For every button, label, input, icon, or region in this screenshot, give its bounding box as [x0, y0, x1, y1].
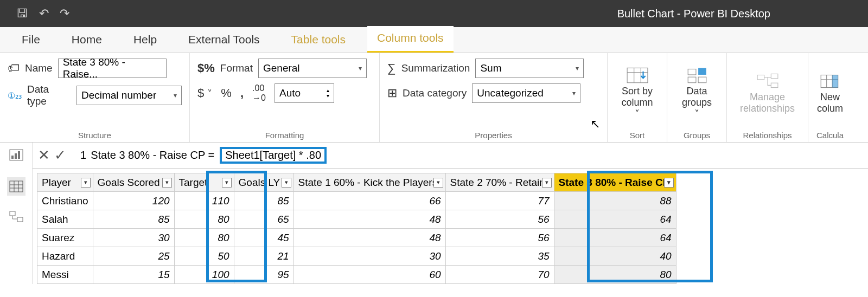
data-view-icon[interactable] [7, 177, 25, 196]
format-select[interactable]: General▾ [258, 59, 367, 78]
decimals-icon[interactable]: .00→0 [252, 83, 266, 103]
new-column-button[interactable]: Newcolum [816, 59, 844, 127]
formula-bar[interactable]: ✕ ✓ 1 State 3 80% - Raise CP = Sheet1[Ta… [33, 143, 868, 169]
comma-icon[interactable]: , [240, 86, 244, 100]
svg-rect-15 [832, 75, 838, 87]
undo-icon[interactable]: ↶ [39, 7, 49, 21]
value-cell[interactable]: 48 [293, 229, 445, 247]
player-cell[interactable]: Hazard [37, 247, 93, 266]
value-cell[interactable]: 35 [445, 247, 554, 266]
filter-dropdown-icon[interactable]: ▾ [162, 178, 172, 188]
value-cell[interactable]: 80 [174, 210, 234, 229]
redo-icon[interactable]: ↷ [60, 7, 69, 21]
value-cell[interactable]: 85 [93, 210, 174, 229]
dtype-value: Decimal number [81, 89, 156, 101]
cat-label: Data category [403, 87, 467, 99]
data-groups-button[interactable]: Datagroups ˅ [675, 59, 719, 127]
data-grid[interactable]: Player▾Goals Scored▾Target▾Goals LY▾Stat… [37, 173, 868, 284]
value-cell[interactable]: 60 [293, 266, 445, 284]
tag-icon: 🏷 [8, 61, 20, 75]
save-icon[interactable]: 🖫 [16, 7, 28, 21]
value-cell[interactable]: 56 [445, 210, 554, 229]
value-cell[interactable]: 65 [234, 210, 293, 229]
value-cell[interactable]: 66 [293, 192, 445, 210]
value-cell[interactable]: 110 [174, 192, 234, 210]
value-cell[interactable]: 64 [554, 210, 676, 229]
view-rail [0, 143, 33, 284]
cancel-formula-icon[interactable]: ✕ [38, 147, 50, 164]
col-header[interactable]: State 2 70% - Retain▾ [445, 173, 554, 192]
value-cell[interactable]: 80 [554, 266, 676, 284]
value-cell[interactable]: 45 [234, 229, 293, 247]
cat-value: Uncategorized [477, 87, 544, 99]
currency-icon[interactable]: $ ˅ [197, 86, 212, 100]
tab-home[interactable]: Home [62, 28, 112, 53]
value-cell[interactable]: 25 [93, 247, 174, 266]
tab-table-tools[interactable]: Table tools [282, 28, 355, 53]
title-bar: 🖫 ↶ ↷ Bullet Chart - Power BI Desktop [0, 0, 868, 27]
player-cell[interactable]: Salah [37, 210, 93, 229]
manage-relationships-button[interactable]: Managerelationships [735, 59, 800, 127]
col-header[interactable]: State 1 60% - Kick the Players▾ [293, 173, 445, 192]
value-cell[interactable]: 95 [234, 266, 293, 284]
value-cell[interactable]: 77 [445, 192, 554, 210]
format-label: Format [220, 62, 253, 74]
col-header[interactable]: Goals Scored▾ [93, 173, 174, 192]
dtype-select[interactable]: Decimal number▾ [76, 86, 182, 105]
formula-pre: State 3 80% - Raise CP = [91, 149, 214, 162]
svg-rect-10 [771, 83, 778, 87]
filter-dropdown-icon[interactable]: ▾ [282, 178, 291, 188]
value-cell[interactable]: 88 [554, 192, 676, 210]
group-sort: Sort [615, 127, 659, 140]
group-groups: Groups [675, 127, 719, 140]
value-cell[interactable]: 30 [293, 247, 445, 266]
value-cell[interactable]: 40 [554, 247, 676, 266]
sum-select[interactable]: Sum▾ [475, 59, 584, 78]
tab-external[interactable]: External Tools [178, 28, 270, 53]
player-cell[interactable]: Messi [37, 266, 93, 284]
report-view-icon[interactable] [7, 146, 25, 164]
value-cell[interactable]: 56 [445, 229, 554, 247]
filter-dropdown-icon[interactable]: ▾ [542, 178, 552, 188]
ribbon-tabs: File Home Help External Tools Table tool… [0, 27, 868, 53]
col-header[interactable]: Target▾ [174, 173, 234, 192]
value-cell[interactable]: 64 [554, 229, 676, 247]
tab-column-tools[interactable]: Column tools [367, 26, 454, 53]
value-cell[interactable]: 30 [93, 229, 174, 247]
svg-rect-0 [627, 68, 648, 83]
filter-dropdown-icon[interactable]: ▾ [81, 178, 91, 188]
filter-dropdown-icon[interactable]: ▾ [222, 178, 232, 188]
datatype-icon: ①₂₃ [8, 91, 22, 101]
group-formatting: Formatting [197, 127, 372, 140]
value-cell[interactable]: 85 [234, 192, 293, 210]
model-view-icon[interactable] [7, 209, 25, 227]
tab-help[interactable]: Help [124, 28, 167, 53]
group-structure: Structure [8, 127, 182, 140]
sum-value: Sum [480, 62, 501, 74]
value-cell[interactable]: 120 [93, 192, 174, 210]
tab-file[interactable]: File [12, 28, 50, 53]
value-cell[interactable]: 70 [445, 266, 554, 284]
value-cell[interactable]: 50 [174, 247, 234, 266]
player-cell[interactable]: Suarez [37, 229, 93, 247]
col-header[interactable]: Goals LY▾ [234, 173, 293, 192]
svg-rect-18 [15, 153, 17, 159]
value-cell[interactable]: 48 [293, 210, 445, 229]
value-cell[interactable]: 80 [174, 229, 234, 247]
value-cell[interactable]: 15 [93, 266, 174, 284]
svg-rect-6 [688, 78, 696, 83]
value-cell[interactable]: 21 [234, 247, 293, 266]
decimals-input[interactable]: Auto ▴▾ [275, 83, 334, 103]
value-cell[interactable]: 100 [174, 266, 234, 284]
col-header[interactable]: State 3 80% - Raise CP▾ [554, 173, 676, 192]
name-input[interactable]: State 3 80% - Raise... [58, 59, 167, 78]
cat-select[interactable]: Uncategorized▾ [472, 83, 580, 103]
filter-dropdown-icon[interactable]: ▾ [433, 178, 443, 188]
sort-by-column-button[interactable]: Sort bycolumn ˅ [615, 59, 659, 127]
svg-rect-17 [11, 156, 14, 159]
col-header[interactable]: Player▾ [37, 173, 93, 192]
player-cell[interactable]: Christiano [37, 192, 93, 210]
percent-icon[interactable]: % [221, 86, 232, 100]
filter-dropdown-icon[interactable]: ▾ [664, 178, 674, 188]
commit-formula-icon[interactable]: ✓ [54, 147, 66, 164]
